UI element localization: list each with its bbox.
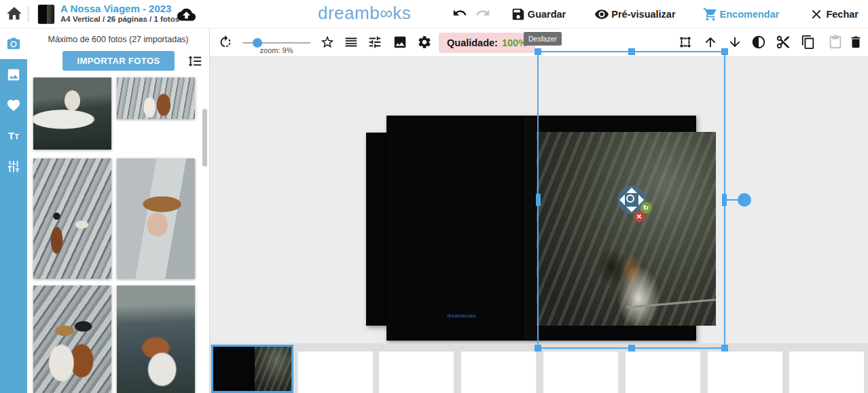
save-icon	[511, 7, 526, 22]
copy-icon	[801, 35, 816, 50]
delete-button[interactable]	[848, 35, 865, 51]
selection-handle-bottom-left[interactable]	[535, 345, 541, 352]
photo-thumb-woman-brown-hat[interactable]	[117, 158, 195, 279]
rotate-page-button[interactable]	[218, 35, 234, 51]
close-icon	[809, 7, 824, 22]
page-tile-4[interactable]	[543, 352, 618, 393]
bring-forward-button[interactable]	[703, 35, 719, 51]
image-icon	[393, 35, 408, 50]
project-meta: A4 Vertical / 26 páginas / 1 fotos	[60, 15, 179, 23]
remove-photo-badge[interactable]: ✕	[634, 211, 645, 222]
move-up-arrow	[626, 188, 637, 193]
adjust-button[interactable]	[367, 35, 384, 51]
contrast-icon	[751, 35, 766, 50]
quality-badge: Qualidade: 100%	[439, 33, 535, 53]
copy-button[interactable]	[801, 35, 817, 51]
save-button[interactable]: Guardar	[511, 7, 566, 22]
selection-handle-mid-left[interactable]	[536, 194, 541, 206]
top-bar: A Nossa Viagem - 2023 A4 Vertical / 26 p…	[0, 0, 868, 29]
arrow-down-icon	[727, 35, 742, 50]
close-button[interactable]: Fechar	[809, 7, 858, 22]
photos-panel: Máximo de 600 fotos (27 importadas) IMPO…	[27, 29, 210, 393]
move-down-arrow	[626, 207, 637, 212]
undo-tooltip: Desfazer	[524, 32, 562, 46]
zoom-slider[interactable]	[242, 42, 310, 44]
photos-limit-text: Máximo de 600 fotos (27 importadas)	[27, 35, 209, 44]
left-icon-rail: TT	[0, 29, 27, 393]
eye-icon	[594, 7, 609, 22]
selection-handle-top-mid[interactable]	[628, 48, 635, 55]
project-title: A Nossa Viagem - 2023	[60, 3, 171, 14]
photo-thumb-woman-by-lake[interactable]	[117, 286, 195, 393]
home-button[interactable]	[5, 5, 24, 24]
selection-box: ↻ ✕	[537, 51, 725, 349]
heart-icon	[6, 98, 21, 113]
paste-button	[828, 35, 844, 51]
undo-button[interactable]	[452, 5, 470, 23]
page-tile-5[interactable]	[626, 352, 700, 393]
sidebar-item-text[interactable]: TT	[0, 120, 27, 151]
tune-icon	[367, 35, 382, 50]
page-tile-cover-selected[interactable]	[211, 345, 293, 393]
text-tool-icon: TT	[8, 130, 19, 141]
resize-circle-handle[interactable]	[738, 193, 751, 207]
page-tile-7[interactable]	[789, 352, 864, 393]
selection-handle-top-right[interactable]	[721, 48, 728, 55]
photo-thumb-couple-selfie[interactable]	[33, 286, 111, 393]
redo-button	[475, 5, 493, 23]
sidebar-item-layouts[interactable]	[0, 59, 27, 90]
page-tile-3[interactable]	[461, 352, 536, 393]
selection-handle-bottom-mid[interactable]	[628, 345, 635, 352]
cover-tile-photo-half	[255, 347, 291, 391]
photo-thumb-woman-in-boat[interactable]	[33, 78, 111, 150]
star-icon	[320, 35, 335, 50]
cut-button[interactable]	[776, 35, 792, 51]
transform-button[interactable]	[678, 35, 694, 51]
back-cover-logo: dreambooks	[386, 313, 537, 318]
trash-icon	[848, 35, 863, 50]
sidebar-item-photos[interactable]	[0, 29, 27, 59]
selection-handle-top-left[interactable]	[535, 48, 541, 55]
quality-label: Qualidade:	[447, 37, 498, 48]
order-button[interactable]: Encomendar	[703, 7, 780, 22]
contrast-button[interactable]	[751, 35, 767, 51]
transform-frame-icon	[678, 35, 693, 50]
camera-icon	[6, 37, 21, 52]
photo-thumb-couple-standing[interactable]	[117, 78, 195, 119]
send-backward-button[interactable]	[727, 35, 744, 51]
divider	[28, 6, 29, 22]
layouts-button[interactable]	[344, 35, 360, 51]
selection-handle-bottom-right[interactable]	[721, 345, 728, 352]
import-photos-button[interactable]: IMPORTAR FOTOS	[62, 51, 175, 71]
cover-tile-back-half	[213, 347, 255, 391]
scissors-icon	[776, 35, 791, 50]
panel-scrollbar[interactable]	[202, 109, 207, 167]
project-thumbnail	[38, 5, 54, 24]
image-icon	[6, 67, 21, 82]
reorder-icon	[344, 35, 359, 50]
cloud-upload-icon	[177, 5, 196, 24]
arrow-up-icon	[703, 35, 718, 50]
page-tile-1[interactable]	[298, 352, 373, 393]
move-center-ring	[626, 194, 634, 203]
sidebar-item-favorites[interactable]	[0, 90, 27, 120]
sort-order-icon	[187, 54, 202, 69]
settings-button[interactable]	[417, 35, 433, 51]
preview-button[interactable]: Pré-visualizar	[594, 7, 675, 22]
photo-thumb-man-leaning-rocks[interactable]	[33, 158, 111, 279]
favorite-button[interactable]	[320, 35, 336, 51]
page-tile-2[interactable]	[379, 352, 454, 393]
dreambooks-logo: dreamb∞ks	[318, 3, 411, 24]
page-tile-6[interactable]	[708, 352, 782, 393]
zoom-level-label: zoom: 9%	[242, 46, 310, 54]
backgrounds-button[interactable]	[393, 35, 409, 51]
sort-photos-button[interactable]	[187, 54, 204, 70]
paste-icon	[828, 35, 843, 50]
editor-main: zoom: 9% Qualidade: 100%	[210, 29, 868, 393]
gear-icon	[417, 35, 432, 50]
cart-icon	[703, 7, 718, 22]
sidebar-item-settings[interactable]	[0, 151, 27, 182]
move-left-arrow	[619, 194, 625, 205]
tune-icon	[6, 159, 21, 174]
